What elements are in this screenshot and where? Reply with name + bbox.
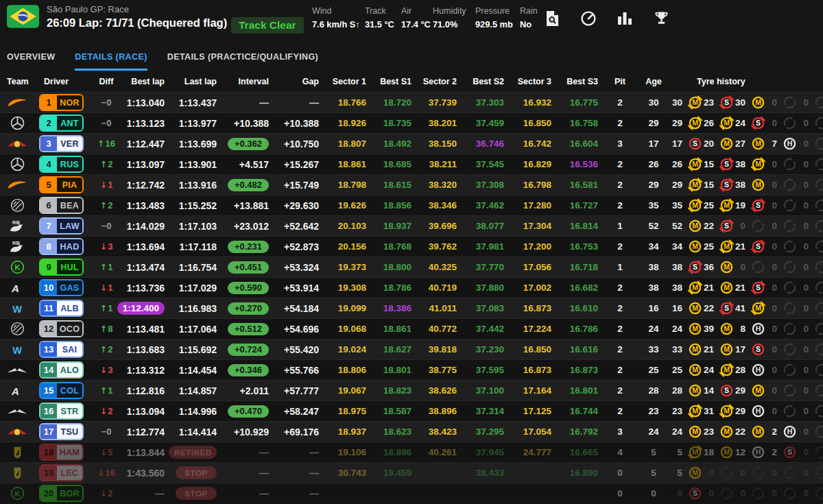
driver-row-pia[interactable]: 5PIA↓11:12.7421:13.916+0.482+15.74918.79… (0, 174, 823, 195)
driver-row-tsu[interactable]: 17TSU−01:12.7741:14.414+10.929+69.17618.… (0, 421, 823, 442)
driver-badge[interactable]: 19LEC (39, 464, 84, 481)
pit-count-cell: 2 (602, 339, 638, 359)
svg-text:M: M (692, 242, 698, 250)
best-s3-cell: 16.786 (556, 319, 602, 339)
tyre-medium-icon: M (751, 383, 765, 398)
driver-row-col[interactable]: A15COL↑11:12.8161:14.857+2.011+57.77719.… (0, 380, 823, 400)
driver-badge[interactable]: 18HAM (39, 444, 84, 461)
diff-cell: ↓3 (92, 237, 121, 256)
driver-row-str[interactable]: 16STR↓21:13.0941:14.996+0.470+58.24718.9… (0, 400, 823, 421)
driver-badge[interactable]: 15COL (39, 382, 84, 399)
driver-badge[interactable]: 6BEA (39, 197, 84, 214)
best-s1-cell: 18.823 (370, 381, 416, 400)
svg-text:M: M (724, 201, 730, 209)
tab-details-practice-qualifying[interactable]: DETAILS (PRACTICE/QUALIFYING) (167, 52, 318, 71)
driver-row-oco[interactable]: 12OCO↑81:13.4811:17.064+0.512+54.69619.0… (0, 318, 823, 339)
driver-row-gas[interactable]: A10GAS↓11:13.7361:17.029+0.590+53.91419.… (0, 277, 823, 298)
best-s1-cell: 19.459 (370, 463, 416, 483)
mclaren-logo-icon (0, 175, 34, 195)
tyre-soft-used-icon: S (719, 301, 734, 315)
interval-cell: +23.012 (221, 216, 273, 236)
driver-badge[interactable]: 1NOR (39, 94, 84, 111)
driver-badge[interactable]: 5PIA (39, 176, 84, 193)
tyre-slot: 0 (734, 219, 765, 233)
driver-row-had[interactable]: RB8HAD↓31:13.6941:17.118+0.231+52.87320.… (0, 236, 823, 256)
driver-position: 10 (40, 280, 57, 295)
tyre-slot: 0 (797, 445, 823, 459)
svg-text:M: M (692, 427, 698, 435)
driver-row-ham[interactable]: 18HAM↓51:13.844RETIRED——19.10618.89640.2… (0, 442, 823, 462)
best-s2-cell: 37.230 (461, 339, 508, 359)
alpine-logo-icon: A (0, 381, 34, 400)
tyre-slot: 16M (671, 301, 702, 315)
driver-badge[interactable]: 20BOR (39, 485, 84, 502)
driver-badge[interactable]: 10GAS (39, 279, 84, 296)
driver-badge[interactable]: 8HAD (39, 238, 84, 255)
last-lap-cell: 1:14.414 (169, 422, 221, 442)
driver-row-ver[interactable]: 3VER↑161:12.4471:13.699+0.362+10.75018.8… (0, 133, 823, 154)
tyre-slot: 0 (797, 280, 823, 295)
gap-cell: +69.176 (273, 422, 323, 442)
last-lap-cell: 1:14.857 (169, 381, 221, 400)
tyre-empty-icon (780, 95, 797, 110)
interval-cell: — (221, 463, 273, 483)
haas-logo-icon (0, 195, 34, 215)
trophy-icon[interactable] (653, 10, 669, 27)
driver-badge[interactable]: 7LAW (39, 217, 84, 235)
tyre-soft-icon: S (688, 486, 702, 501)
tyre-slot: 0 (765, 178, 797, 192)
driver-badge[interactable]: 16STR (39, 403, 84, 420)
best-s3-cell: 16.792 (556, 422, 602, 442)
driver-code: NOR (57, 95, 82, 110)
driver-row-bor[interactable]: K20BOR↓2—STOP——000S0000 (0, 483, 823, 503)
tyre-hard-icon: H (748, 363, 765, 377)
driver-row-nor[interactable]: 1NOR−01:13.0401:13.437——18.76618.72037.7… (0, 92, 823, 112)
driver-row-alo[interactable]: 14ALO↓31:13.3121:14.454+0.346+55.76618.8… (0, 359, 823, 380)
driver-row-sai[interactable]: W13SAI↑21:13.6831:15.692+0.724+55.42019.… (0, 339, 823, 359)
svg-text:M: M (724, 365, 730, 374)
driver-row-hul[interactable]: K9HUL↑11:13.4741:16.754+0.451+53.32419.3… (0, 256, 823, 277)
driver-position: 12 (40, 322, 57, 336)
tyre-empty-icon (783, 383, 797, 398)
gauge-icon[interactable] (580, 10, 597, 27)
best-s2-cell: 37.295 (461, 422, 508, 442)
driver-badge[interactable]: 12OCO (39, 320, 84, 337)
best-s3-cell: 16.801 (556, 381, 602, 400)
tyre-medium-icon: M (719, 342, 734, 357)
driver-row-rus[interactable]: 4RUS↑21:13.0971:13.901+4.517+15.26718.86… (0, 154, 823, 174)
tab-overview[interactable]: OVERVIEW (7, 52, 55, 71)
bar-chart-icon[interactable] (617, 10, 633, 27)
driver-badge[interactable]: 4RUS (39, 156, 84, 173)
driver-row-alb[interactable]: W11ALB↑11:12.4001:16.983+0.270+54.18419.… (0, 298, 823, 318)
tyre-slot: 0 (765, 342, 797, 357)
svg-text:H: H (756, 365, 761, 374)
interval-cell: +0.512 (221, 319, 273, 339)
driver-badge[interactable]: 14ALO (39, 361, 84, 379)
driver-badge[interactable]: 11ALB (39, 300, 84, 317)
weather-wind: Wind7.6 km/h S↑ (312, 6, 365, 16)
tyre-slot: 28M (671, 383, 702, 398)
tyre-empty-icon (814, 486, 823, 501)
tyre-age-cell: 29 (638, 113, 669, 133)
driver-badge[interactable]: 2ANT (39, 115, 84, 132)
driver-row-ant[interactable]: 2ANT−01:13.1231:13.977+10.388+10.38818.9… (0, 112, 823, 133)
tab-details-race[interactable]: DETAILS (RACE) (75, 52, 147, 71)
tyre-empty-icon (811, 178, 823, 192)
tyre-soft-icon: S (751, 342, 765, 357)
best-lap-cell: 1:13.481 (121, 319, 169, 339)
driver-badge[interactable]: 3VER (39, 135, 84, 152)
svg-text:S: S (693, 139, 697, 147)
driver-badge[interactable]: 17TSU (39, 423, 84, 440)
tyre-medium-icon: M (688, 383, 702, 398)
interval-cell: +10.929 (221, 422, 273, 442)
driver-position: 19 (40, 466, 57, 480)
driver-row-bea[interactable]: 6BEA↑21:13.4831:15.252+13.881+29.63019.6… (0, 195, 823, 215)
lap-report-icon[interactable] (544, 10, 560, 27)
driver-badge[interactable]: 9HUL (39, 259, 84, 276)
tyre-history-cell: 23M31M29H00 (669, 401, 823, 421)
driver-badge[interactable]: 13SAI (39, 341, 84, 358)
tyre-soft-icon: S (719, 383, 734, 398)
driver-row-law[interactable]: RB7LAW−01:14.0291:17.103+23.012+52.64220… (0, 215, 823, 236)
pit-count-cell: 2 (602, 298, 638, 318)
driver-row-lec[interactable]: 19LEC↓161:43.560STOP——30.74319.45938.433… (0, 462, 823, 483)
